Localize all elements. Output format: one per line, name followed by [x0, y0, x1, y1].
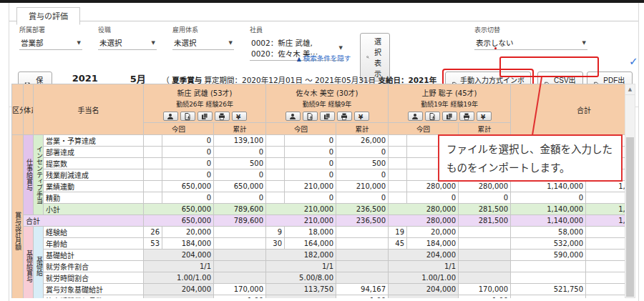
reset-icon[interactable]: [425, 112, 440, 121]
emp1-qty-cell[interactable]: [266, 147, 285, 158]
emp1-now-cell[interactable]: 0: [285, 169, 336, 181]
emp1-cum-cell[interactable]: 210,000: [336, 181, 389, 192]
emp0-qty-cell[interactable]: 26: [144, 227, 162, 238]
emp1-now-cell[interactable]: 210,000: [285, 181, 336, 192]
emp0-cum-cell[interactable]: [214, 238, 266, 250]
emp0-now-cell[interactable]: 0: [162, 192, 214, 204]
emp0-qty-cell[interactable]: [144, 147, 162, 158]
emp2-cum-cell[interactable]: [459, 238, 511, 250]
emp2-now-cell[interactable]: 0: [407, 192, 459, 204]
emp0-now-cell[interactable]: 184,000: [162, 238, 214, 250]
user-icon[interactable]: [286, 112, 301, 121]
emp1-cum-cell[interactable]: 0: [336, 147, 389, 158]
emp1-now-cell[interactable]: 164,000: [285, 238, 336, 250]
emp0-qty-cell[interactable]: [144, 169, 162, 181]
user-icon[interactable]: [408, 112, 423, 121]
emp0-now-cell[interactable]: 0: [162, 135, 214, 147]
emp1-qty-cell[interactable]: [266, 192, 285, 204]
emp2-qty-cell[interactable]: [389, 135, 407, 147]
print-icon[interactable]: [215, 112, 230, 121]
emp0-now-cell[interactable]: 650,000: [162, 181, 214, 192]
grand-total-cum: 1,307,600: [586, 204, 626, 215]
yen-icon[interactable]: ¥: [477, 112, 492, 121]
emp0-now-cell[interactable]: 0: [162, 169, 214, 181]
emp1-cum-cell[interactable]: 0: [336, 169, 389, 181]
emp2-cum-cell[interactable]: [459, 227, 511, 238]
emp0-cum-cell[interactable]: 1.00: [214, 295, 266, 299]
emp0-qty-cell[interactable]: 53: [144, 238, 162, 250]
emp2-now-cell[interactable]: 184,000: [407, 238, 459, 250]
yen-icon[interactable]: ¥: [354, 112, 369, 121]
emp2-qty-cell[interactable]: 19: [389, 227, 407, 238]
employment-value: 未選択: [174, 37, 197, 48]
emp1-qty-cell[interactable]: [266, 181, 285, 192]
emp0-cum-cell[interactable]: 0: [214, 192, 266, 204]
emp0-qty-cell[interactable]: [144, 192, 162, 204]
display-toggle-select[interactable]: 表示しない ▼: [474, 36, 587, 50]
emp2-qty-cell[interactable]: [389, 169, 407, 181]
hide-search-conditions-link[interactable]: ▲ 検索条件を隠す: [297, 54, 351, 62]
scroll-up-arrow-icon[interactable]: ▲: [625, 84, 635, 95]
emp0-now-cell[interactable]: 20,000: [162, 227, 214, 238]
emp2-cum-cell[interactable]: 280,000: [459, 181, 511, 192]
copy-icon[interactable]: [197, 112, 213, 121]
emp1-qty-cell[interactable]: [266, 158, 285, 169]
emp1-cum-cell[interactable]: [336, 227, 389, 238]
emp0-cum-cell[interactable]: 500: [214, 158, 266, 169]
print-icon[interactable]: [459, 112, 474, 121]
yen-icon[interactable]: ¥: [232, 112, 247, 121]
vertical-scrollbar[interactable]: ▲: [625, 84, 635, 298]
emp2-now-cell[interactable]: 280,000: [407, 181, 459, 192]
emp2-qty-cell[interactable]: 45: [389, 238, 407, 250]
emp1-qty-cell[interactable]: 9: [266, 227, 285, 238]
emp0-qty-cell[interactable]: [144, 135, 162, 147]
scrollbar-thumb[interactable]: [626, 137, 634, 297]
emp0-cum-cell[interactable]: 0: [214, 147, 266, 158]
emp1-cum-cell[interactable]: 94,167: [336, 284, 389, 295]
copy-icon[interactable]: [442, 112, 457, 121]
emp1-cum-cell[interactable]: 26,000: [336, 135, 389, 147]
emp2-qty-cell[interactable]: [389, 181, 407, 192]
emp0-cum-cell[interactable]: 0: [214, 169, 266, 181]
tab-bonus-evaluation[interactable]: 賞与の評価: [16, 7, 80, 25]
emp1-qty-cell[interactable]: 30: [266, 238, 285, 250]
emp2-cum-cell[interactable]: 1.00: [459, 295, 511, 299]
emp0-cum-cell[interactable]: 650,000: [214, 181, 266, 192]
reset-icon[interactable]: [303, 112, 318, 121]
emp0-cum-cell[interactable]: 170,000: [214, 284, 266, 295]
col-header-allowance: 手当名: [34, 84, 144, 135]
print-icon[interactable]: [337, 112, 352, 121]
employment-select[interactable]: 未選択 ▼: [172, 36, 234, 50]
employment-field: 雇用体系 未選択 ▼: [172, 25, 234, 50]
emp0-qty-cell[interactable]: [144, 158, 162, 169]
emp0-cum-cell[interactable]: [214, 227, 266, 238]
emp1-cum-cell[interactable]: 1.00: [336, 295, 389, 299]
emp1-now-cell[interactable]: 18,000: [285, 227, 336, 238]
emp1-now-cell[interactable]: 0: [285, 147, 336, 158]
emp2-cum-cell[interactable]: 170,000: [459, 284, 511, 295]
emp2-cum-cell[interactable]: 0: [459, 192, 511, 204]
copy-icon[interactable]: [320, 112, 335, 121]
emp0-cum-cell[interactable]: 139,100: [214, 135, 266, 147]
emp2-qty-cell[interactable]: [389, 158, 407, 169]
emp2-qty-cell[interactable]: [389, 192, 407, 204]
emp0-now-cell[interactable]: 0: [162, 158, 214, 169]
emp2-qty-cell[interactable]: [389, 147, 407, 158]
emp1-now-cell[interactable]: 0: [285, 192, 336, 204]
emp1-now-cell[interactable]: 0: [285, 135, 336, 147]
svg-text:¥: ¥: [481, 113, 486, 120]
emp1-qty-cell[interactable]: [266, 135, 285, 147]
position-select[interactable]: 未選択 ▼: [98, 36, 157, 50]
emp1-cum-cell[interactable]: [336, 238, 389, 250]
department-select[interactable]: 営業部 ▼: [19, 36, 82, 50]
emp1-now-cell[interactable]: 0: [285, 158, 336, 169]
emp0-now-cell[interactable]: 0: [162, 147, 214, 158]
user-icon[interactable]: [163, 112, 178, 121]
reset-icon[interactable]: [180, 112, 195, 121]
emp0-qty-cell[interactable]: [144, 181, 162, 192]
emp1-qty-cell[interactable]: [266, 169, 285, 181]
emp1-cum-cell[interactable]: 0: [336, 192, 389, 204]
emp2-now-cell[interactable]: 20,000: [407, 227, 459, 238]
employee-actions: ¥: [389, 112, 510, 121]
emp1-cum-cell[interactable]: 500: [336, 158, 389, 169]
